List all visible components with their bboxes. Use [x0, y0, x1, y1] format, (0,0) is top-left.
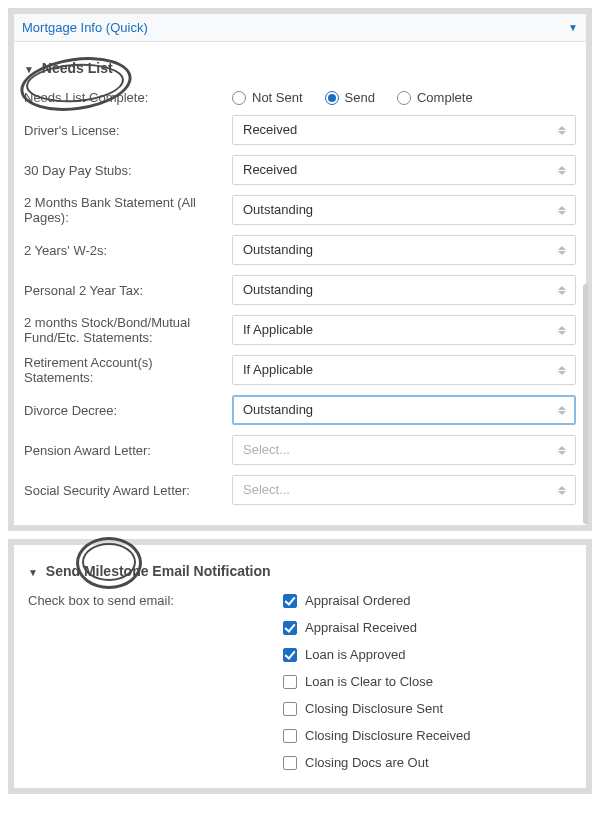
- checkbox-label: Loan is Clear to Close: [305, 674, 433, 689]
- milestone-checkbox[interactable]: Closing Disclosure Received: [283, 728, 470, 743]
- mortgage-info-panel: Mortgage Info (Quick) ▼ ▼ Needs List Nee…: [8, 8, 592, 531]
- checkbox-label: Loan is Approved: [305, 647, 405, 662]
- panel-title: Mortgage Info (Quick): [22, 20, 148, 35]
- milestone-checkbox[interactable]: Loan is Clear to Close: [283, 674, 470, 689]
- status-select[interactable]: Outstanding: [232, 195, 576, 225]
- needs-field-row: Pension Award Letter:Select...: [24, 435, 576, 465]
- radio-not-sent[interactable]: Not Sent: [232, 90, 303, 105]
- field-label: Social Security Award Letter:: [24, 483, 232, 498]
- select-value: Select...: [243, 482, 290, 497]
- updown-icon: [555, 316, 569, 344]
- needs-list-complete-row: Needs List Complete: Not Sent Send Compl…: [24, 90, 576, 105]
- collapse-caret-icon: ▼: [24, 64, 34, 75]
- updown-icon: [555, 196, 569, 224]
- needs-list-title: Needs List: [42, 60, 113, 76]
- select-value: Received: [243, 122, 297, 137]
- field-label: 30 Day Pay Stubs:: [24, 163, 232, 178]
- radio-label: Not Sent: [252, 90, 303, 105]
- updown-icon: [555, 236, 569, 264]
- checkbox-icon: [283, 702, 297, 716]
- needs-field-row: Divorce Decree:Outstanding: [24, 395, 576, 425]
- select-value: Received: [243, 162, 297, 177]
- milestone-section-header[interactable]: ▼ Send Milestone Email Notification: [28, 563, 572, 579]
- needs-field-row: 2 months Stock/Bond/Mutual Fund/Etc. Sta…: [24, 315, 576, 345]
- field-label: Personal 2 Year Tax:: [24, 283, 232, 298]
- updown-icon: [555, 436, 569, 464]
- field-label: Pension Award Letter:: [24, 443, 232, 458]
- status-select[interactable]: Select...: [232, 475, 576, 505]
- select-value: If Applicable: [243, 322, 313, 337]
- select-value: If Applicable: [243, 362, 313, 377]
- needs-list-section-header[interactable]: ▼ Needs List: [24, 60, 576, 76]
- milestone-checkbox[interactable]: Closing Disclosure Sent: [283, 701, 470, 716]
- updown-icon: [555, 276, 569, 304]
- scrollbar[interactable]: [583, 284, 588, 524]
- milestone-label: Check box to send email:: [28, 593, 283, 770]
- needs-list-complete-radios: Not Sent Send Complete: [232, 90, 576, 105]
- needs-list-complete-label: Needs List Complete:: [24, 90, 232, 105]
- select-value: Select...: [243, 442, 290, 457]
- milestone-checkbox[interactable]: Appraisal Received: [283, 620, 470, 635]
- milestone-checkbox[interactable]: Appraisal Ordered: [283, 593, 470, 608]
- status-select[interactable]: Select...: [232, 435, 576, 465]
- updown-icon: [555, 356, 569, 384]
- field-label: 2 months Stock/Bond/Mutual Fund/Etc. Sta…: [24, 315, 232, 345]
- updown-icon: [555, 156, 569, 184]
- checkbox-icon: [283, 756, 297, 770]
- checkbox-label: Closing Disclosure Sent: [305, 701, 443, 716]
- radio-label: Send: [345, 90, 375, 105]
- checkbox-label: Closing Disclosure Received: [305, 728, 470, 743]
- field-label: 2 Months Bank Statement (All Pages):: [24, 195, 232, 225]
- updown-icon: [555, 476, 569, 504]
- needs-field-row: Social Security Award Letter:Select...: [24, 475, 576, 505]
- radio-icon: [232, 91, 246, 105]
- needs-field-row: Driver's License:Received: [24, 115, 576, 145]
- checkbox-label: Appraisal Received: [305, 620, 417, 635]
- milestone-checkbox[interactable]: Closing Docs are Out: [283, 755, 470, 770]
- panel-header[interactable]: Mortgage Info (Quick) ▼: [14, 14, 586, 42]
- checkbox-icon: [283, 729, 297, 743]
- status-select[interactable]: Received: [232, 155, 576, 185]
- checkbox-label: Closing Docs are Out: [305, 755, 429, 770]
- updown-icon: [555, 396, 569, 424]
- updown-icon: [555, 116, 569, 144]
- status-select[interactable]: Outstanding: [232, 275, 576, 305]
- radio-send[interactable]: Send: [325, 90, 375, 105]
- milestone-title: Send Milestone Email Notification: [46, 563, 271, 579]
- select-value: Outstanding: [243, 402, 313, 417]
- select-value: Outstanding: [243, 202, 313, 217]
- collapse-caret-icon: ▼: [28, 567, 38, 578]
- needs-field-row: Retirement Account(s) Statements:If Appl…: [24, 355, 576, 385]
- select-value: Outstanding: [243, 282, 313, 297]
- checkbox-icon: [283, 621, 297, 635]
- status-select[interactable]: Outstanding: [232, 235, 576, 265]
- radio-complete[interactable]: Complete: [397, 90, 473, 105]
- milestone-checklist: Check box to send email: Appraisal Order…: [28, 593, 572, 770]
- status-select[interactable]: If Applicable: [232, 315, 576, 345]
- field-label: 2 Years' W-2s:: [24, 243, 232, 258]
- radio-icon: [397, 91, 411, 105]
- radio-label: Complete: [417, 90, 473, 105]
- needs-field-row: 2 Years' W-2s:Outstanding: [24, 235, 576, 265]
- field-label: Divorce Decree:: [24, 403, 232, 418]
- status-select[interactable]: Received: [232, 115, 576, 145]
- select-value: Outstanding: [243, 242, 313, 257]
- needs-field-row: 30 Day Pay Stubs:Received: [24, 155, 576, 185]
- field-label: Retirement Account(s) Statements:: [24, 355, 232, 385]
- checkbox-label: Appraisal Ordered: [305, 593, 411, 608]
- milestone-checkbox[interactable]: Loan is Approved: [283, 647, 470, 662]
- checkbox-icon: [283, 675, 297, 689]
- radio-icon: [325, 91, 339, 105]
- status-select[interactable]: If Applicable: [232, 355, 576, 385]
- needs-field-row: Personal 2 Year Tax:Outstanding: [24, 275, 576, 305]
- checkbox-icon: [283, 594, 297, 608]
- status-select[interactable]: Outstanding: [232, 395, 576, 425]
- field-label: Driver's License:: [24, 123, 232, 138]
- needs-field-row: 2 Months Bank Statement (All Pages):Outs…: [24, 195, 576, 225]
- checkbox-icon: [283, 648, 297, 662]
- caret-down-icon: ▼: [568, 22, 578, 33]
- milestone-panel: ▼ Send Milestone Email Notification Chec…: [8, 539, 592, 794]
